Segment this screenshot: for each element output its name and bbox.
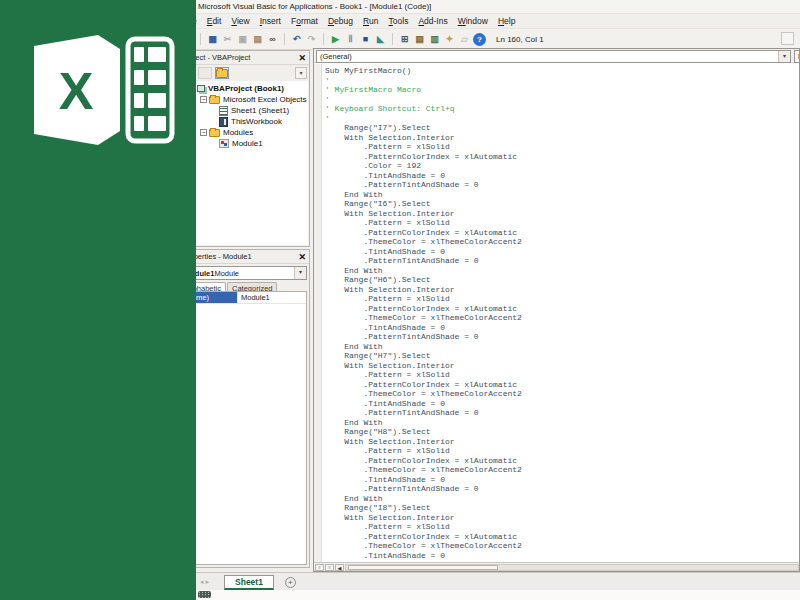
- collapse-icon[interactable]: −: [200, 96, 207, 103]
- code-line: .PatternColorIndex = xlAutomatic: [325, 228, 799, 238]
- design-mode-button[interactable]: ◣: [374, 33, 387, 46]
- scroll-left-icon[interactable]: ◀: [335, 564, 344, 571]
- close-icon[interactable]: ✕: [295, 53, 306, 63]
- code-line: .PatternColorIndex = xlAutomatic: [325, 456, 799, 466]
- code-line: .PatternColorIndex = xlAutomatic: [325, 532, 799, 542]
- code-line: With Selection.Interior: [325, 209, 799, 219]
- paste-button[interactable]: ▤: [251, 33, 264, 46]
- code-editor[interactable]: Sub MyFirstMacro()'' MyFirstMacro Macro'…: [322, 64, 799, 562]
- code-line: .PatternColorIndex = xlAutomatic: [325, 152, 799, 162]
- full-module-view-button[interactable]: ≡: [325, 564, 334, 571]
- workbook-icon: [219, 117, 228, 127]
- menu-run[interactable]: Run: [358, 15, 384, 27]
- find-button[interactable]: ∞: [266, 33, 279, 46]
- toggle-folders-button[interactable]: [215, 67, 229, 79]
- code-line: With Selection.Interior: [325, 133, 799, 143]
- logo-grid-cells: [134, 47, 166, 131]
- toolbar-separator: [392, 33, 393, 45]
- view-object-button[interactable]: [198, 67, 212, 79]
- undo-button[interactable]: ↶: [290, 33, 303, 46]
- properties-panel: Properties - Module1 ✕ Module1 Module ▾ …: [178, 249, 310, 568]
- tree-item-sheet1-sheet1[interactable]: Sheet1 (Sheet1): [180, 105, 308, 116]
- comment-line: ': [325, 76, 799, 86]
- menu-insert[interactable]: Insert: [255, 15, 286, 27]
- excel-brand-overlay: X: [0, 0, 196, 600]
- tree-item-microsoft-excel-objects[interactable]: −Microsoft Excel Objects: [180, 94, 308, 105]
- code-line: .PatternColorIndex = xlAutomatic: [325, 304, 799, 314]
- tree-item-label: Modules: [223, 128, 253, 137]
- tree-item-vbaproject-book1[interactable]: VBAProject (Book1): [180, 83, 308, 94]
- code-line: .PatternTintAndShade = 0: [325, 256, 799, 266]
- object-browser-button[interactable]: ▥: [428, 33, 441, 46]
- scrollbar-track[interactable]: [345, 564, 799, 571]
- object-dropdown[interactable]: (General) ▾: [316, 50, 791, 63]
- code-line: .ThemeColor = xlThemeColorAccent2: [325, 313, 799, 323]
- code-line: End With: [325, 494, 799, 504]
- code-line: End With: [325, 266, 799, 276]
- redo-button[interactable]: ↷: [305, 33, 318, 46]
- procedure-view-button[interactable]: ≡: [315, 564, 324, 571]
- properties-window-button[interactable]: ▤: [413, 33, 426, 46]
- code-line: .ThemeColor = xlThemeColorAccent2: [325, 541, 799, 551]
- comment-line: ' Keyboard Shortcut: Ctrl+q: [325, 104, 799, 114]
- menu-debug[interactable]: Debug: [323, 15, 358, 27]
- cut-button[interactable]: ✂: [221, 33, 234, 46]
- code-line: End With: [325, 190, 799, 200]
- code-line: .Color = 192: [325, 161, 799, 171]
- add-sheet-button[interactable]: +: [285, 577, 296, 588]
- run-button[interactable]: ▶: [329, 33, 342, 46]
- object-selector-dropdown[interactable]: Module1 Module ▾: [181, 266, 307, 280]
- tree-item-module1[interactable]: Module1: [180, 138, 308, 149]
- folder-icon: [216, 69, 228, 78]
- toolbar-separator: [323, 33, 324, 45]
- menu-add-ins[interactable]: Add-Ins: [413, 15, 452, 27]
- code-line: With Selection.Interior: [325, 437, 799, 447]
- code-line: Sub MyFirstMacro(): [325, 66, 799, 76]
- menu-edit[interactable]: Edit: [202, 15, 227, 27]
- project-tree: VBAProject (Book1)−Microsoft Excel Objec…: [180, 81, 308, 245]
- menu-view[interactable]: View: [226, 15, 254, 27]
- menu-help[interactable]: Help: [493, 15, 520, 27]
- code-line: .PatternColorIndex = xlAutomatic: [325, 380, 799, 390]
- toolbar-overflow-button[interactable]: [781, 32, 794, 45]
- disabled-button[interactable]: ▱: [458, 33, 471, 46]
- code-line: .Pattern = xlSolid: [325, 294, 799, 304]
- menu-bar: FileEditViewInsertFormatDebugRunToolsAdd…: [174, 14, 800, 28]
- title-bar: Microsoft Visual Basic for Applications …: [174, 0, 800, 14]
- help-button[interactable]: ?: [473, 33, 486, 46]
- tree-item-modules[interactable]: −Modules: [180, 127, 308, 138]
- collapse-icon[interactable]: −: [200, 129, 207, 136]
- save-button[interactable]: ▦: [206, 33, 219, 46]
- code-pane: Sub MyFirstMacro()'' MyFirstMacro Macro'…: [314, 64, 799, 562]
- sheet-tab-sheet1[interactable]: Sheet1: [224, 575, 274, 590]
- chevron-down-icon[interactable]: ▾: [294, 267, 306, 279]
- horizontal-scrollbar[interactable]: ≡ ≡ ◀: [314, 562, 799, 571]
- sheet-nav-arrows[interactable]: ◂▸: [200, 578, 211, 586]
- tree-item-label: Module1: [232, 139, 263, 148]
- chevron-down-icon[interactable]: ▾: [778, 51, 790, 62]
- scrollbar-thumb[interactable]: [348, 565, 498, 570]
- property-value-cell[interactable]: Module1: [238, 293, 306, 302]
- code-line: .TintAndShade = 0: [325, 399, 799, 409]
- menu-window[interactable]: Window: [453, 15, 493, 27]
- menu-tools[interactable]: Tools: [384, 15, 414, 27]
- reset-button[interactable]: ■: [359, 33, 372, 46]
- tree-item-thisworkbook[interactable]: ThisWorkbook: [180, 116, 308, 127]
- project-explorer-button[interactable]: ⊞: [398, 33, 411, 46]
- project-scroll-button[interactable]: ▾: [295, 67, 307, 79]
- code-line: .Pattern = xlSolid: [325, 218, 799, 228]
- copy-button[interactable]: ▣: [236, 33, 249, 46]
- code-line: Range("H6").Select: [325, 275, 799, 285]
- logo-x-letter: X: [59, 62, 94, 120]
- procedure-dropdown[interactable]: MyFirstMacro: [794, 50, 800, 63]
- tree-item-label: VBAProject (Book1): [208, 84, 284, 93]
- property-row[interactable]: (Name)Module1: [182, 292, 306, 304]
- break-button[interactable]: Ⅱ: [344, 33, 357, 46]
- code-line: .ThemeColor = xlThemeColorAccent2: [325, 465, 799, 475]
- menu-format[interactable]: Format: [286, 15, 323, 27]
- code-line: .Pattern = xlSolid: [325, 370, 799, 380]
- close-icon[interactable]: ✕: [295, 252, 306, 262]
- toolbox-button[interactable]: ✦: [443, 33, 456, 46]
- code-line: .PatternTintAndShade = 0: [325, 180, 799, 190]
- toolbar-separator: [200, 33, 201, 45]
